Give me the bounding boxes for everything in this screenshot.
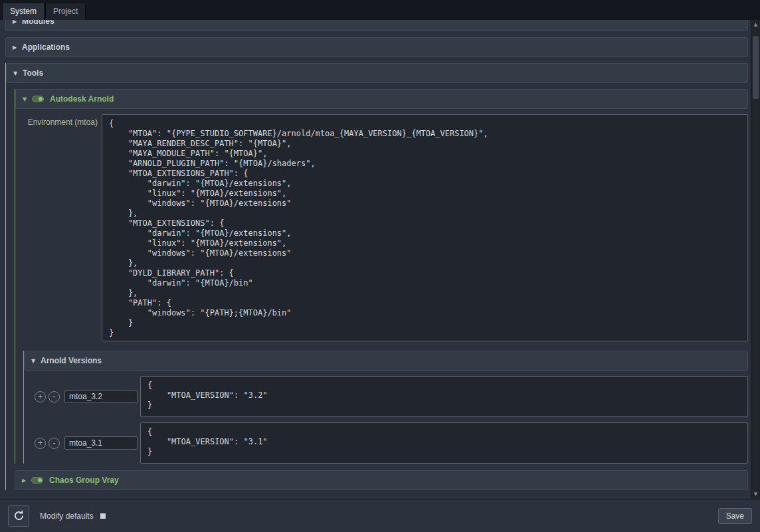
refresh-button[interactable]	[8, 505, 29, 527]
section-label-arnold-versions: Arnold Versions	[41, 356, 102, 365]
environment-json-editor[interactable]: { "MTOA": "{PYPE_STUDIO_SOFTWARE}/arnold…	[102, 114, 748, 341]
section-header-modules[interactable]: ▶ Modules	[5, 20, 748, 31]
settings-window: System Project ▶ Modules ▶ Applications …	[0, 0, 760, 532]
version-key-input[interactable]	[64, 436, 138, 450]
add-version-button[interactable]: +	[35, 438, 46, 449]
environment-row: Environment (mtoa) { "MTOA": "{PYPE_STUD…	[23, 114, 748, 341]
toggle-knob	[38, 478, 42, 482]
chevron-down-icon: ▼	[23, 96, 32, 102]
section-header-autodesk-arnold[interactable]: ▼ Autodesk Arnold	[15, 89, 748, 109]
toggle-knob	[39, 97, 43, 101]
group-autodesk-arnold: ▼ Autodesk Arnold Environment (mtoa) { "…	[15, 89, 748, 464]
scroll-down-icon[interactable]: ▼	[751, 489, 760, 499]
section-label-modules: Modules	[22, 20, 54, 26]
vertical-scrollbar: ▲ ▼	[751, 20, 760, 499]
section-label-autodesk-arnold: Autodesk Arnold	[50, 94, 114, 104]
chevron-right-icon: ▶	[22, 478, 31, 484]
arnold-body: Environment (mtoa) { "MTOA": "{PYPE_STUD…	[15, 114, 748, 464]
refresh-icon	[13, 510, 25, 521]
section-label-applications: Applications	[22, 43, 70, 52]
modify-defaults-checkbox[interactable]	[100, 513, 106, 519]
section-header-applications[interactable]: ▶ Applications	[5, 37, 748, 57]
footer-bar: Modify defaults Save	[0, 499, 760, 532]
modify-defaults-label: Modify defaults	[40, 511, 94, 521]
chevron-right-icon: ▶	[13, 20, 22, 25]
version-json-editor[interactable]: { "MTOA_VERSION": "3.1" }	[140, 422, 748, 464]
settings-content: ▶ Modules ▶ Applications ▼ Tools ▼	[0, 20, 751, 499]
version-row: + - { "MTOA_VERSION": "3.1" }	[24, 422, 748, 464]
version-key-input[interactable]	[64, 390, 138, 403]
enabled-toggle-icon[interactable]	[31, 477, 43, 484]
section-label-tools: Tools	[23, 68, 43, 78]
add-version-button[interactable]: +	[35, 391, 46, 402]
scrollbar-thumb[interactable]	[753, 36, 759, 99]
tab-bar: System Project	[0, 0, 760, 20]
section-header-tools[interactable]: ▼ Tools	[6, 63, 748, 83]
chevron-down-icon: ▼	[13, 70, 23, 76]
tab-project[interactable]: Project	[45, 3, 86, 20]
scrollbar-track[interactable]	[751, 29, 760, 489]
group-arnold-versions: ▼ Arnold Versions + - { "MTOA_VERSION": …	[23, 351, 748, 464]
remove-version-button[interactable]: -	[48, 391, 60, 402]
tools-body: ▼ Autodesk Arnold Environment (mtoa) { "…	[6, 89, 748, 490]
enabled-toggle-icon[interactable]	[32, 96, 44, 102]
section-header-arnold-versions[interactable]: ▼ Arnold Versions	[24, 351, 748, 371]
settings-scroll-area: ▶ Modules ▶ Applications ▼ Tools ▼	[0, 20, 760, 499]
version-json-editor[interactable]: { "MTOA_VERSION": "3.2" }	[140, 376, 748, 417]
group-tools: ▼ Tools ▼ Autodesk Arnold Environment (m…	[5, 63, 748, 490]
chevron-right-icon: ▶	[13, 44, 22, 50]
tab-system[interactable]: System	[2, 3, 45, 20]
environment-label: Environment (mtoa)	[23, 114, 98, 127]
chevron-down-icon: ▼	[31, 358, 41, 364]
section-label-chaos-group-vray: Chaos Group Vray	[49, 476, 119, 485]
scroll-up-icon[interactable]: ▲	[751, 20, 760, 29]
remove-version-button[interactable]: -	[48, 438, 60, 449]
version-row: + - { "MTOA_VERSION": "3.2" }	[24, 376, 748, 417]
section-header-chaos-group-vray[interactable]: ▶ Chaos Group Vray	[15, 470, 748, 490]
save-button[interactable]: Save	[718, 508, 752, 524]
